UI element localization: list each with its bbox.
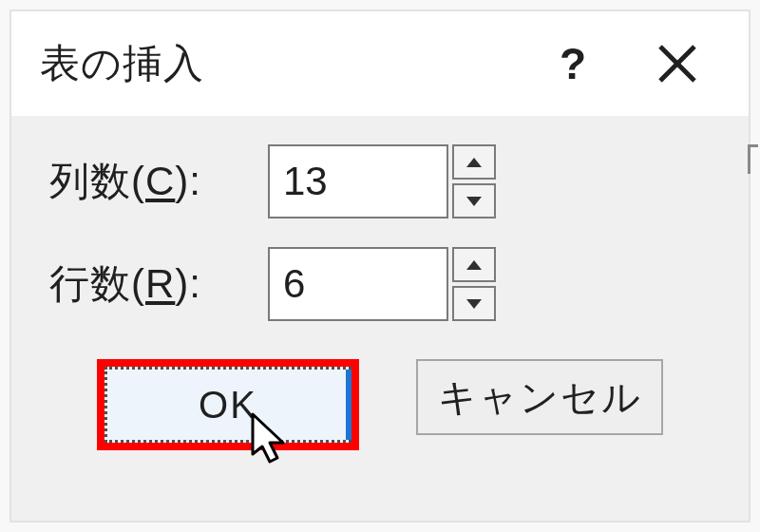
chevron-down-icon xyxy=(466,196,483,207)
svg-marker-4 xyxy=(466,260,482,270)
dialog-body: 列数(C): 行数(R): xyxy=(11,116,749,521)
cancel-button[interactable]: キャンセル xyxy=(416,359,663,435)
columns-down-button[interactable] xyxy=(452,183,496,218)
rows-input[interactable] xyxy=(268,247,448,321)
ok-button[interactable]: OK xyxy=(104,367,352,443)
ok-button-label: OK xyxy=(199,384,257,427)
close-icon xyxy=(656,43,698,85)
dialog-buttons: OK キャンセル xyxy=(49,359,711,450)
edge-mark xyxy=(748,144,758,174)
titlebar: 表の挿入 ? xyxy=(11,11,749,116)
rows-up-button[interactable] xyxy=(452,247,496,282)
rows-spinner xyxy=(268,247,496,321)
svg-marker-3 xyxy=(466,197,482,206)
rows-label: 行数(R): xyxy=(49,257,268,311)
svg-marker-2 xyxy=(466,158,482,167)
insert-table-dialog: 表の挿入 ? 列数(C): xyxy=(10,10,750,522)
columns-label: 列数(C): xyxy=(49,155,268,208)
rows-down-button[interactable] xyxy=(452,286,496,321)
chevron-down-icon xyxy=(466,298,483,310)
columns-row: 列数(C): xyxy=(49,144,711,218)
rows-row: 行数(R): xyxy=(49,247,711,321)
help-button[interactable]: ? xyxy=(521,42,625,86)
columns-input[interactable] xyxy=(268,144,448,218)
svg-marker-5 xyxy=(466,299,482,309)
chevron-up-icon xyxy=(466,157,483,168)
close-button[interactable] xyxy=(625,30,730,97)
focus-edge xyxy=(346,370,352,440)
cancel-button-label: キャンセル xyxy=(438,371,642,424)
columns-up-button[interactable] xyxy=(452,144,496,180)
chevron-up-icon xyxy=(466,259,483,271)
columns-spinner xyxy=(268,144,496,218)
canvas: 表の挿入 ? 列数(C): xyxy=(0,0,760,532)
dialog-title: 表の挿入 xyxy=(40,37,204,90)
ok-highlight-border: OK xyxy=(97,359,359,450)
